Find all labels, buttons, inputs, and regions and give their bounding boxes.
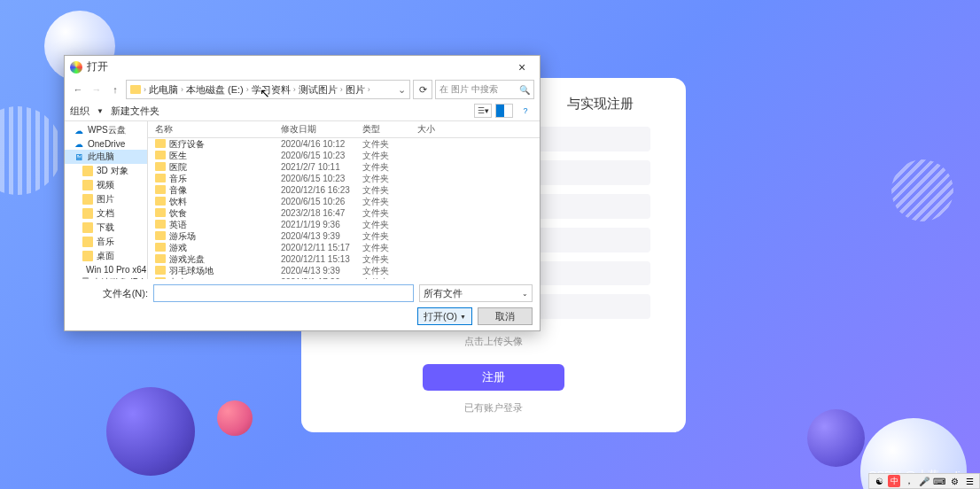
file-row[interactable]: 医生2020/6/15 10:23文件夹 — [148, 150, 540, 161]
column-date[interactable]: 修改日期 — [281, 123, 362, 136]
file-row[interactable]: 音像2020/12/16 16:23文件夹 — [148, 184, 540, 196]
folder-icon — [155, 220, 166, 229]
breadcrumb-root[interactable]: 此电脑 — [149, 83, 178, 97]
nav-up-icon[interactable]: ↑ — [107, 82, 123, 97]
chevron-down-icon[interactable]: ▼ — [97, 107, 104, 115]
ime-lang-icon[interactable]: 中 — [888, 475, 900, 487]
ime-logo-icon[interactable]: ☯ — [873, 475, 885, 487]
new-folder-button[interactable]: 新建文件夹 — [111, 105, 159, 118]
file-row[interactable]: 羽毛球场地2020/4/13 9:39文件夹 — [148, 265, 540, 276]
close-icon[interactable]: × — [509, 60, 534, 74]
file-name: 游戏光盘 — [169, 253, 281, 265]
ime-menu-icon[interactable]: ☰ — [963, 475, 976, 487]
file-type: 文件夹 — [362, 173, 417, 184]
file-name: 医疗设备 — [169, 138, 281, 150]
file-type: 文件夹 — [362, 184, 417, 196]
chrome-icon — [70, 61, 82, 74]
file-date: 2020/4/13 9:39 — [281, 265, 362, 276]
file-row[interactable]: 游戏光盘2020/12/11 15:13文件夹 — [148, 253, 540, 265]
preview-pane-icon[interactable] — [495, 104, 513, 118]
folder-icon — [155, 266, 166, 275]
organize-menu[interactable]: 组织 — [70, 105, 89, 118]
file-row[interactable]: 游戏2020/12/11 15:17文件夹 — [148, 242, 540, 253]
folder-icon — [155, 208, 166, 217]
folder-icon — [82, 237, 93, 247]
file-row[interactable]: 音乐2020/6/15 10:23文件夹 — [148, 173, 540, 184]
filename-label: 文件名(N): — [72, 287, 148, 300]
sidebar-item[interactable]: 音乐 — [65, 235, 147, 249]
ime-toolbar[interactable]: ☯ 中 ， 🎤 ⌨ ⚙ ☰ — [868, 473, 980, 489]
sidebar-label: 此电脑 — [88, 151, 114, 163]
view-options-icon[interactable]: ☰▾ — [474, 104, 492, 118]
login-link[interactable]: 已有账户登录 — [464, 401, 523, 415]
breadcrumb-drive[interactable]: 本地磁盘 (E:) — [186, 83, 244, 97]
column-name[interactable]: 名称 — [148, 123, 281, 136]
address-bar-row: ← → ↑ › 此电脑 › 本地磁盘 (E:) › 学习资料 › 测试图片 › … — [65, 78, 540, 101]
ime-keyboard-icon[interactable]: ⌨ — [933, 475, 945, 487]
file-type: 文件夹 — [362, 265, 417, 276]
search-placeholder: 在 图片 中搜索 — [439, 83, 498, 96]
search-input[interactable]: 在 图片 中搜索 🔍 — [435, 80, 534, 99]
ime-punct-icon[interactable]: ， — [903, 475, 915, 487]
register-button[interactable]: 注册 — [423, 364, 564, 391]
column-type[interactable]: 类型 — [362, 123, 417, 136]
cancel-button[interactable]: 取消 — [478, 307, 533, 325]
chevron-right-icon: › — [144, 85, 146, 94]
file-row[interactable]: 饮食2023/2/18 16:47文件夹 — [148, 207, 540, 219]
chevron-down-icon[interactable]: ⌄ — [398, 84, 406, 96]
file-name: 医院 — [169, 161, 281, 173]
sidebar-label: 音乐 — [97, 236, 114, 248]
dialog-toolbar: 组织 ▼ 新建文件夹 ☰▾ ? — [65, 101, 540, 121]
breadcrumb-folder1[interactable]: 学习资料 — [252, 83, 291, 97]
nav-forward-icon[interactable]: → — [89, 82, 105, 97]
file-name: 英语 — [169, 219, 281, 230]
file-type: 文件夹 — [362, 230, 417, 242]
sidebar-item[interactable]: 3D 对象 — [65, 164, 147, 178]
file-type: 文件夹 — [362, 242, 417, 253]
breadcrumb-folder2[interactable]: 测试图片 — [299, 83, 338, 97]
column-size[interactable]: 大小 — [417, 123, 540, 136]
sidebar-item[interactable]: ☁OneDrive — [65, 137, 147, 150]
chevron-down-icon: ⌄ — [522, 290, 528, 298]
sidebar-label: 下载 — [97, 221, 114, 234]
refresh-icon[interactable]: ⟳ — [413, 80, 432, 99]
sidebar-item[interactable]: 桌面 — [65, 249, 147, 263]
open-button[interactable]: 打开(O) ▼ — [417, 307, 472, 325]
file-row[interactable]: 医疗设备2020/4/16 10:12文件夹 — [148, 138, 540, 150]
file-date: 2020/6/15 10:26 — [281, 196, 362, 207]
file-type: 文件夹 — [362, 219, 417, 230]
sidebar-item[interactable]: 🖥此电脑 — [65, 150, 147, 164]
file-row[interactable]: 英语2021/1/19 9:36文件夹 — [148, 219, 540, 230]
folder-icon — [82, 251, 93, 261]
breadcrumb-folder3[interactable]: 图片 — [346, 83, 365, 97]
ime-mic-icon[interactable]: 🎤 — [918, 475, 930, 487]
bg-striped-circle-left — [0, 106, 62, 195]
help-icon[interactable]: ? — [517, 104, 534, 118]
sidebar-item[interactable]: 下载 — [65, 221, 147, 235]
file-date: 2020/6/15 10:23 — [281, 173, 362, 184]
breadcrumb[interactable]: › 此电脑 › 本地磁盘 (E:) › 学习资料 › 测试图片 › 图片 › ⌄ — [126, 80, 410, 99]
sidebar-label: 视频 — [97, 179, 114, 191]
file-list-header: 名称 修改日期 类型 大小 — [148, 121, 540, 138]
bg-orb-purple-bottom — [106, 387, 195, 476]
file-name: 饮食 — [169, 207, 281, 219]
file-date: 2020/6/15 10:23 — [281, 150, 362, 161]
sidebar-item[interactable]: 视频 — [65, 178, 147, 192]
filename-input[interactable] — [153, 284, 414, 302]
sidebar-item[interactable]: Win 10 Pro x64 — [65, 263, 147, 276]
file-row[interactable]: 饮料2020/6/15 10:26文件夹 — [148, 196, 540, 207]
sidebar-item[interactable]: ☁WPS云盘 — [65, 123, 147, 137]
upload-avatar-hint[interactable]: 点击上传头像 — [464, 335, 523, 348]
bg-orb-pink — [217, 400, 253, 436]
file-date: 2020/12/11 15:17 — [281, 242, 362, 253]
file-filter-select[interactable]: 所有文件 ⌄ — [419, 284, 533, 302]
sidebar-item[interactable]: 文档 — [65, 206, 147, 221]
file-list: 医疗设备2020/4/16 10:12文件夹医生2020/6/15 10:23文… — [148, 138, 540, 279]
nav-back-icon[interactable]: ← — [70, 82, 86, 97]
sidebar-item[interactable]: 图片 — [65, 192, 147, 206]
file-row[interactable]: 游乐场2020/4/13 9:39文件夹 — [148, 230, 540, 242]
bg-orb-purple-right — [807, 409, 865, 467]
dialog-titlebar: 打开 × — [65, 56, 540, 78]
ime-gear-icon[interactable]: ⚙ — [948, 475, 961, 487]
file-row[interactable]: 医院2021/2/7 10:11文件夹 — [148, 161, 540, 173]
